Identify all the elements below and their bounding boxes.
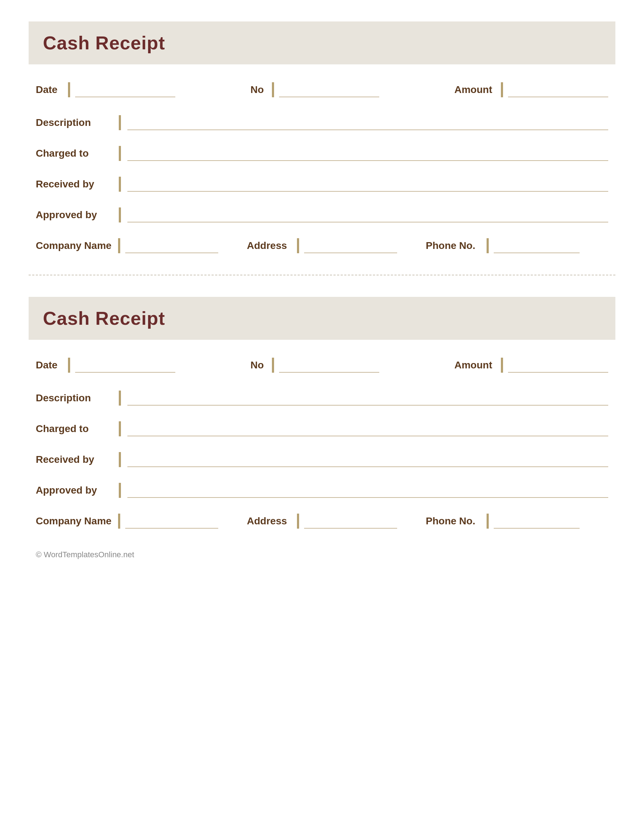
receipt-2-received-separator [119, 452, 121, 467]
receipt-2-phone-label: Phone No. [426, 515, 483, 527]
receipt-2-description-field[interactable] [127, 391, 608, 405]
receipt-2-charged-label: Charged to [36, 423, 114, 434]
receipt-2-phone-group: Phone No. [426, 514, 580, 529]
receipt-2-company-field[interactable] [125, 514, 218, 529]
receipt-2-address-label: Address [247, 515, 293, 527]
footer: © WordTemplatesOnline.net [29, 550, 615, 560]
receipt-1-phone-label: Phone No. [426, 240, 483, 251]
receipt-1-address-field[interactable] [304, 238, 397, 253]
receipt-2-amount-field[interactable] [508, 358, 608, 373]
receipt-2-received-label: Received by [36, 454, 114, 465]
receipt-1-amount-separator [501, 82, 503, 97]
receipt-2-charged-row: Charged to [36, 421, 608, 436]
receipt-1-charged-row: Charged to [36, 146, 608, 161]
receipt-1-amount-field[interactable] [508, 82, 608, 97]
receipt-1-phone-separator [486, 238, 489, 253]
receipt-1-charged-field[interactable] [127, 146, 608, 161]
receipt-1-received-label: Received by [36, 178, 114, 190]
receipt-2-received-row: Received by [36, 452, 608, 467]
receipt-2-phone-field[interactable] [494, 514, 580, 529]
receipt-1-title: Cash Receipt [43, 32, 165, 53]
receipt-1-charged-separator [119, 146, 121, 161]
receipt-2-company-label: Company Name [36, 515, 114, 527]
receipt-1-company-group: Company Name [36, 238, 218, 253]
receipt-1-company-label: Company Name [36, 240, 114, 251]
receipt-1-phone-group: Phone No. [426, 238, 580, 253]
receipt-1-description-separator [119, 115, 121, 130]
receipt-1-description-field[interactable] [127, 115, 608, 130]
receipt-2-address-field[interactable] [304, 514, 397, 529]
receipt-2-charged-separator [119, 421, 121, 436]
receipt-1: Cash Receipt Date No Amount [29, 21, 615, 253]
receipt-2-description-label: Description [36, 392, 114, 404]
footer-copyright: © WordTemplatesOnline.net [36, 550, 134, 559]
receipt-2-received-field[interactable] [127, 452, 608, 467]
receipt-2-approved-row: Approved by [36, 483, 608, 498]
receipt-1-amount-group: Amount [454, 82, 608, 97]
receipt-1-no-separator [272, 82, 274, 97]
receipt-2-company-group: Company Name [36, 514, 218, 529]
receipt-1-no-label: No [250, 84, 268, 95]
receipt-1-date-group: Date [36, 82, 175, 97]
receipt-2-charged-field[interactable] [127, 421, 608, 436]
receipt-1-address-group: Address [247, 238, 397, 253]
receipt-2-phone-separator [486, 514, 489, 529]
receipt-2-company-row: Company Name Address Phone No. [36, 514, 608, 529]
receipt-2-no-field[interactable] [279, 358, 379, 373]
receipt-2-amount-separator [501, 358, 503, 373]
receipt-2-date-label: Date [36, 359, 64, 371]
receipt-2-no-label: No [250, 359, 268, 371]
receipt-1-approved-field[interactable] [127, 207, 608, 222]
receipt-1-description-row: Description [36, 115, 608, 130]
receipt-1-company-separator [118, 238, 120, 253]
receipt-2-body: Date No Amount De [29, 358, 615, 529]
receipt-2-no-group: No [250, 358, 379, 373]
receipt-1-no-field[interactable] [279, 82, 379, 97]
receipt-2: Cash Receipt Date No Amount [29, 297, 615, 529]
receipt-2-date-field[interactable] [75, 358, 175, 373]
receipt-2-title: Cash Receipt [43, 308, 165, 329]
receipt-1-received-field[interactable] [127, 177, 608, 192]
receipt-1-amount-label: Amount [454, 84, 497, 95]
receipt-2-address-separator [297, 514, 299, 529]
receipt-1-address-label: Address [247, 240, 293, 251]
receipt-1-company-row: Company Name Address Phone No. [36, 238, 608, 253]
receipt-1-address-separator [297, 238, 299, 253]
receipt-1-date-label: Date [36, 84, 64, 95]
receipt-2-company-separator [118, 514, 120, 529]
receipt-2-amount-label: Amount [454, 359, 497, 371]
receipt-1-body: Date No Amount De [29, 82, 615, 253]
receipt-2-no-separator [272, 358, 274, 373]
receipt-1-header: Cash Receipt [29, 21, 615, 64]
receipt-1-description-label: Description [36, 117, 114, 129]
receipt-2-date-group: Date [36, 358, 175, 373]
receipt-2-approved-separator [119, 483, 121, 498]
receipt-1-phone-field[interactable] [494, 238, 580, 253]
receipt-1-company-field[interactable] [125, 238, 218, 253]
receipt-1-received-separator [119, 177, 121, 192]
receipt-2-approved-field[interactable] [127, 483, 608, 498]
receipt-2-header: Cash Receipt [29, 297, 615, 340]
receipt-2-approved-label: Approved by [36, 485, 114, 496]
receipt-1-approved-row: Approved by [36, 207, 608, 222]
receipt-1-approved-label: Approved by [36, 209, 114, 221]
receipt-1-date-field[interactable] [75, 82, 175, 97]
receipt-2-date-separator [68, 358, 70, 373]
receipt-2-description-row: Description [36, 391, 608, 405]
receipt-1-no-group: No [250, 82, 379, 97]
receipt-1-charged-label: Charged to [36, 148, 114, 159]
receipt-2-amount-group: Amount [454, 358, 608, 373]
receipt-1-approved-separator [119, 207, 121, 222]
receipt-1-date-separator [68, 82, 70, 97]
receipt-2-description-separator [119, 391, 121, 405]
receipt-2-top-row: Date No Amount [36, 358, 608, 373]
receipt-1-received-row: Received by [36, 177, 608, 192]
receipt-1-top-row: Date No Amount [36, 82, 608, 97]
receipt-2-address-group: Address [247, 514, 397, 529]
receipt-divider [29, 275, 615, 275]
page-container: Cash Receipt Date No Amount [29, 21, 615, 560]
